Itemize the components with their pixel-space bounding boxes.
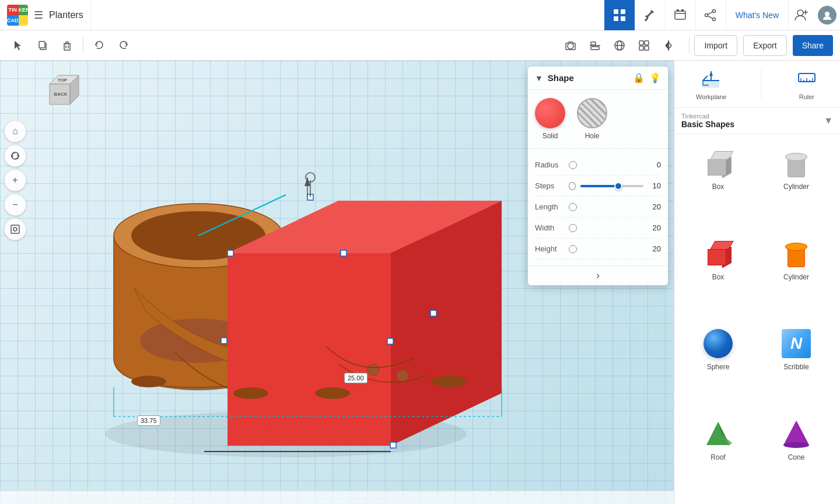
view-cube[interactable]: TOP BACK bbox=[35, 66, 82, 113]
svg-point-74 bbox=[233, 387, 268, 399]
main-toolbar: Import Export Share bbox=[0, 30, 840, 61]
category-chevron[interactable]: ▼ bbox=[824, 116, 833, 126]
svg-rect-7 bbox=[681, 9, 684, 12]
delete-tool[interactable] bbox=[56, 34, 78, 57]
panel-light-button[interactable]: 💡 bbox=[649, 72, 661, 83]
svg-marker-91 bbox=[706, 422, 730, 445]
import-button[interactable]: Import bbox=[694, 35, 737, 56]
zoom-fit-button[interactable] bbox=[4, 218, 26, 240]
radius-circle-handle[interactable] bbox=[569, 161, 577, 169]
panel-lock-button[interactable]: 🔒 bbox=[633, 72, 645, 83]
tinkercad-logo[interactable]: TIN KER CAD bbox=[7, 5, 28, 26]
shape-card-roof[interactable]: Roof bbox=[681, 412, 755, 498]
svg-line-11 bbox=[708, 16, 713, 19]
svg-rect-24 bbox=[591, 42, 596, 45]
whats-new-button[interactable]: What's New bbox=[726, 0, 788, 30]
solid-option[interactable]: Solid bbox=[535, 98, 565, 140]
shape-label-cyl-gray: Cylinder bbox=[783, 183, 809, 191]
svg-rect-19 bbox=[39, 41, 45, 48]
shape-card-box-red[interactable]: Box bbox=[681, 232, 755, 317]
svg-rect-0 bbox=[614, 9, 618, 14]
right-panel-tools: Workplane Ruler bbox=[674, 61, 840, 108]
svg-text:TOP: TOP bbox=[58, 78, 68, 83]
radius-row: Radius 0 bbox=[535, 155, 661, 176]
grid-view-button[interactable] bbox=[604, 0, 635, 30]
height-circle-handle[interactable] bbox=[569, 245, 577, 253]
height-label: Height bbox=[535, 244, 569, 253]
orbit-button[interactable] bbox=[4, 145, 26, 167]
width-label: Width bbox=[535, 223, 569, 232]
category-label: Basic Shapes bbox=[681, 120, 734, 129]
svg-point-71 bbox=[368, 364, 379, 376]
hole-option[interactable]: Hole bbox=[577, 98, 607, 140]
hole-label: Hole bbox=[585, 132, 600, 140]
shape-type-options: Solid Hole bbox=[528, 90, 668, 149]
length-value[interactable]: 20 bbox=[643, 202, 661, 211]
steps-value[interactable]: 10 bbox=[643, 181, 661, 190]
ruler-label: Ruler bbox=[799, 93, 814, 100]
svg-text:BACK: BACK bbox=[54, 92, 67, 97]
3d-shape-canvas bbox=[58, 107, 513, 469]
undo-tool[interactable] bbox=[88, 34, 110, 57]
svg-marker-84 bbox=[709, 71, 713, 76]
svg-rect-43 bbox=[11, 225, 19, 233]
svg-rect-60 bbox=[221, 338, 227, 344]
shape-card-sphere[interactable]: Sphere bbox=[681, 321, 755, 407]
view-tools bbox=[555, 34, 684, 57]
zoom-out-button[interactable]: − bbox=[4, 194, 26, 216]
svg-point-94 bbox=[783, 442, 809, 448]
width-value[interactable]: 20 bbox=[643, 223, 661, 232]
redo-tool[interactable] bbox=[113, 34, 135, 57]
projects-button[interactable] bbox=[665, 0, 695, 30]
solid-circle-icon bbox=[535, 98, 565, 128]
hole-circle-icon bbox=[577, 98, 607, 128]
export-button[interactable]: Export bbox=[743, 35, 786, 56]
shape-card-cyl-gray[interactable]: Cylinder bbox=[760, 141, 833, 227]
radius-value[interactable]: 0 bbox=[643, 160, 661, 169]
zoom-in-button[interactable]: + bbox=[4, 169, 26, 191]
workplane-tool[interactable]: Workplane bbox=[696, 68, 726, 100]
length-circle-handle[interactable] bbox=[569, 203, 577, 211]
home-view-button[interactable]: ⌂ bbox=[4, 120, 26, 142]
tools-button[interactable] bbox=[635, 0, 665, 30]
svg-point-13 bbox=[797, 10, 803, 16]
add-user-button[interactable] bbox=[789, 0, 814, 30]
shape-label-cone: Cone bbox=[788, 453, 805, 461]
camera-view-tool[interactable] bbox=[559, 34, 582, 57]
project-name[interactable]: Planters bbox=[49, 10, 83, 20]
brand-label: Tinkercad bbox=[681, 113, 734, 120]
steps-label: Steps bbox=[535, 181, 569, 190]
shape-label-sphere: Sphere bbox=[707, 363, 730, 371]
align-tool[interactable] bbox=[584, 34, 606, 57]
right-panel: Workplane Ruler Tink bbox=[674, 61, 840, 504]
share-button[interactable]: Share bbox=[793, 35, 833, 56]
shape-card-scribble[interactable]: N Scribble bbox=[760, 321, 833, 407]
panel-expand-button[interactable]: › bbox=[528, 265, 668, 285]
duplicate-tool[interactable] bbox=[32, 34, 54, 57]
view-mode-tool[interactable] bbox=[608, 34, 631, 57]
grid-tool[interactable] bbox=[633, 34, 655, 57]
share-panel-button[interactable] bbox=[695, 0, 726, 30]
svg-point-44 bbox=[13, 228, 17, 231]
shape-card-cone[interactable]: Cone bbox=[760, 412, 833, 498]
mirror-tool[interactable] bbox=[657, 34, 680, 57]
steps-circle-handle[interactable] bbox=[569, 182, 576, 190]
shape-card-box-gray[interactable]: Box bbox=[681, 141, 755, 227]
svg-marker-17 bbox=[15, 41, 21, 50]
width-circle-handle[interactable] bbox=[569, 224, 577, 232]
steps-slider-thumb[interactable] bbox=[614, 182, 622, 190]
user-avatar-button[interactable] bbox=[814, 0, 840, 30]
svg-rect-6 bbox=[677, 9, 679, 12]
panel-collapse-button[interactable]: ▼ bbox=[535, 74, 543, 83]
svg-rect-30 bbox=[639, 41, 643, 45]
height-value[interactable]: 20 bbox=[643, 244, 661, 253]
select-tool[interactable] bbox=[7, 34, 29, 57]
ruler-tool[interactable]: Ruler bbox=[795, 68, 818, 100]
menu-icon[interactable]: ☰ bbox=[34, 9, 43, 22]
length-label: Length bbox=[535, 202, 569, 211]
dimension-label-1: 25.00 bbox=[344, 373, 368, 383]
box-red-icon bbox=[701, 237, 736, 270]
shape-card-cyl-orange[interactable]: Cylinder bbox=[760, 232, 833, 317]
dimension-label-2: 33.75 bbox=[137, 415, 160, 426]
svg-marker-36 bbox=[668, 42, 671, 49]
